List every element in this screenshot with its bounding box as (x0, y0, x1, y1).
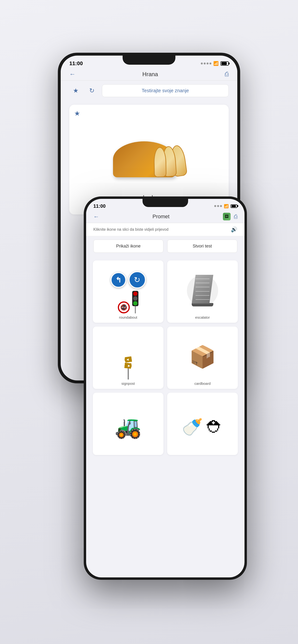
signpost-scene: ◀ ▶ (96, 334, 160, 380)
escalator-base (192, 303, 213, 306)
status-icons-back: 📶 (201, 61, 229, 66)
escalator-label: escalator (195, 315, 210, 319)
nav-actions-front: 🖼 ⎙ (223, 213, 237, 220)
wifi-icon: 📶 (213, 61, 219, 66)
card-favorite-icon[interactable]: ★ (74, 110, 224, 118)
stroller-emoji: 🍼 (182, 418, 203, 435)
step-4 (196, 291, 209, 292)
signpost-label: signpost (121, 382, 135, 386)
step-5 (196, 295, 209, 296)
escalator-body (192, 275, 213, 304)
signal-dot-f3 (220, 205, 222, 207)
create-test-button[interactable]: Stvori test (167, 240, 237, 253)
signal-dot-4 (209, 62, 211, 64)
page-title-front: Promet (153, 214, 170, 220)
arrow-left: ◀ (124, 356, 132, 363)
escalator-scene (171, 268, 234, 314)
nav-bar-front: ← Promet 🖼 ⎙ (86, 210, 244, 223)
signal-dot-2 (204, 62, 206, 64)
wifi-icon-front: 📶 (224, 204, 229, 208)
favorite-button[interactable]: ★ (69, 84, 82, 97)
cardboard-emoji: 📦 (189, 346, 216, 368)
battery-icon (221, 61, 229, 66)
traffic-light-container[interactable] (132, 291, 138, 314)
image-mode-button[interactable]: 🖼 (223, 213, 231, 220)
battery-icon-front (231, 204, 237, 208)
instruction-bar: Kliknite ikone na slici da biste vidjeli… (86, 223, 244, 236)
instruction-text: Kliknite ikone na slici da biste vidjeli… (93, 227, 169, 232)
sound-icon[interactable]: 🔊 (231, 226, 237, 233)
vocab-cell-tractor[interactable]: 🚜 (93, 393, 163, 455)
phone-front: 11:00 📶 ← Promet 🖼 ⎙ (84, 196, 247, 580)
action-buttons: Prikaži ikone Stvori test (86, 236, 244, 256)
stroller-helmet-scene: 🍼 ⛑ (171, 404, 234, 450)
cardboard-label: cardboard (194, 382, 211, 386)
traffic-light (132, 291, 138, 306)
red-light (133, 292, 137, 296)
bottom-signs-row: 🚭 (118, 291, 138, 314)
signal-dots (201, 62, 211, 64)
battery-fill-front (232, 205, 236, 207)
battery-fill (221, 62, 227, 65)
vocab-cell-cardboard[interactable]: 📦 cardboard (167, 326, 238, 389)
signal-dot-3 (207, 62, 209, 64)
back-button-front[interactable]: ← (93, 213, 99, 220)
step-1 (196, 279, 209, 279)
nav-bar-back: ← Hrana ⎙ (61, 68, 237, 80)
turn-sign[interactable]: ↰ (111, 272, 126, 288)
page-title-back: Hrana (142, 71, 158, 78)
signpost[interactable]: ◀ ▶ (124, 357, 132, 380)
escalator-steps-container (192, 275, 213, 304)
helmet-emoji: ⛑ (207, 418, 223, 435)
refresh-button[interactable]: ↻ (86, 84, 98, 97)
phone-back-notch (123, 56, 175, 65)
vocab-cell-stroller-helmet[interactable]: 🍼 ⛑ (167, 393, 238, 455)
yellow-light (133, 296, 137, 301)
signal-dot-f1 (214, 205, 216, 207)
signpost-arrows: ◀ ▶ (124, 357, 132, 368)
status-time-front: 11:00 (93, 204, 106, 209)
show-icons-button[interactable]: Prikaži ikone (93, 240, 163, 253)
toolbar-back: ★ ↻ Testirajte svoje znanje (61, 80, 237, 101)
top-signs-row: ↰ ↻ (111, 271, 146, 288)
status-time-back: 11:00 (69, 60, 83, 66)
roundabout-label: roundabout (119, 315, 137, 319)
cardboard-scene: 📦 (171, 334, 234, 380)
step-6 (196, 299, 209, 300)
share-button-back[interactable]: ⎙ (225, 70, 229, 78)
step-2 (196, 283, 209, 283)
signal-dot-f2 (217, 205, 219, 207)
escalator-shape (192, 275, 213, 306)
turn-arrow: ↰ (115, 276, 121, 284)
signal-dot-1 (201, 62, 203, 64)
phone-front-screen: 11:00 📶 ← Promet 🖼 ⎙ (86, 199, 244, 578)
card-image-area (74, 120, 224, 192)
status-icons-front: 📶 (214, 204, 237, 208)
phone-front-notch (142, 199, 188, 207)
no-smoking-icon: 🚭 (120, 304, 127, 311)
tractor-emoji: 🚜 (115, 416, 141, 438)
test-button[interactable]: Testirajte svoje znanje (102, 84, 229, 97)
back-button-back[interactable]: ← (69, 70, 76, 78)
image-icon: 🖼 (225, 214, 229, 219)
roundabout-sign[interactable]: ↻ (129, 271, 146, 288)
signpost-pole (128, 368, 129, 380)
signal-dots-front (214, 205, 222, 207)
roundabout-arrow: ↻ (134, 275, 140, 284)
traffic-signs-scene: ↰ ↻ 🚭 (96, 271, 160, 314)
vocab-grid: ↰ ↻ 🚭 (86, 256, 244, 459)
no-smoking-sign[interactable]: 🚭 (118, 302, 130, 314)
arrow-right: ▶ (124, 362, 132, 369)
vocab-cell-escalator[interactable]: escalator (167, 260, 238, 323)
share-button-front[interactable]: ⎙ (234, 213, 237, 220)
step-3 (196, 287, 209, 287)
tractor-scene: 🚜 (96, 404, 160, 450)
traffic-pole (135, 306, 136, 314)
vocab-cell-signpost[interactable]: ◀ ▶ signpost (93, 326, 163, 389)
vocab-cell-traffic[interactable]: ↰ ↻ 🚭 (93, 260, 163, 323)
green-light (133, 301, 137, 306)
bread-image (111, 130, 187, 182)
